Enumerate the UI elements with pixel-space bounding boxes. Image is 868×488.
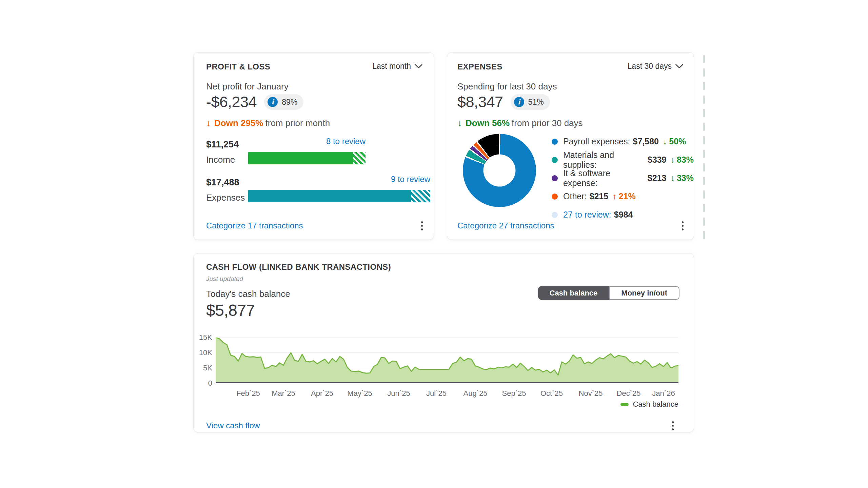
expenses-title: EXPENSES: [457, 62, 502, 72]
legend-amount: $339: [648, 155, 667, 165]
expenses-period-label: Last 30 days: [628, 62, 672, 71]
spending-subtitle: Spending for last 30 days: [457, 81, 557, 92]
spending-percent-badge: i 51%: [511, 94, 550, 110]
net-profit-amount: -$6,234: [206, 93, 257, 111]
income-review-link[interactable]: 8 to review: [248, 137, 366, 146]
legend-amount: $984: [614, 210, 633, 220]
expenses-card: EXPENSES Last 30 days Spending for last …: [447, 52, 694, 240]
x-axis-month-label: Aug`25: [463, 389, 488, 398]
down-arrow-icon: ↓: [670, 173, 675, 183]
spending-percent: 51%: [528, 98, 544, 107]
x-axis-month-label: Mar`25: [272, 389, 295, 398]
expenses-donut-chart[interactable]: [463, 134, 536, 207]
x-axis-month-label: Jan`26: [652, 389, 675, 398]
legend-amount: $215: [589, 191, 608, 201]
trend-rest: from prior 30 days: [512, 118, 583, 128]
profit-loss-period-selector[interactable]: Last month: [372, 62, 423, 71]
trend-highlight: Down 56%: [466, 118, 510, 128]
expenses-review-link[interactable]: 9 to review: [248, 175, 430, 184]
chart-legend: Cash balance: [620, 400, 678, 409]
legend-amount: $7,580: [633, 137, 658, 146]
cash-balance-legend-label: Cash balance: [633, 400, 678, 409]
trend-highlight: Down 295%: [214, 118, 263, 128]
x-axis-month-label: Jun`25: [387, 389, 410, 398]
legend-dot-icon: [552, 212, 558, 218]
cash-balance-area-chart[interactable]: [216, 338, 678, 383]
legend-dot-icon: [552, 157, 558, 163]
y-tick-10k: 10K: [194, 348, 212, 357]
expense-legend-item: Materials and supplies:$339↓83%: [552, 156, 694, 164]
legend-label: Payroll expenses:: [563, 137, 630, 146]
x-axis-month-label: Jul`25: [426, 389, 447, 398]
legend-amount: $213: [648, 173, 667, 183]
cash-flow-view-toggle: Cash balance Money in/out: [538, 286, 680, 300]
x-axis-month-label: Apr`25: [311, 389, 333, 398]
x-axis-month-label: Nov`25: [579, 389, 603, 398]
toggle-cash-balance[interactable]: Cash balance: [538, 286, 609, 300]
down-arrow-icon: ↓: [457, 118, 462, 128]
legend-percent: 21%: [619, 191, 636, 201]
legend-review-link[interactable]: 27 to review:: [563, 210, 611, 220]
cash-balance-amount: $5,877: [206, 301, 255, 320]
expenses-legend: Payroll expenses:$7,580↓50%Materials and…: [552, 137, 694, 229]
profit-loss-card: PROFIT & LOSS Last month Net profit for …: [193, 52, 434, 240]
chevron-down-icon: [414, 64, 423, 69]
trend-rest: from prior month: [265, 118, 330, 128]
down-arrow-icon: ↓: [670, 155, 675, 165]
legend-dot-icon: [552, 194, 558, 200]
legend-percent: 83%: [677, 155, 694, 165]
legend-label: It & software expense:: [563, 168, 645, 188]
income-bar[interactable]: [248, 152, 366, 164]
profit-loss-period-label: Last month: [372, 62, 411, 71]
dashboard-screen: PROFIT & LOSS Last month Net profit for …: [0, 0, 868, 488]
income-amount: $11,254: [206, 139, 239, 150]
x-axis-month-label: Oct`25: [540, 389, 563, 398]
toggle-money-in-out[interactable]: Money in/out: [609, 286, 679, 300]
legend-dot-icon: [552, 175, 558, 181]
profit-loss-title: PROFIT & LOSS: [206, 62, 270, 72]
net-profit-percent-badge: i 89%: [264, 94, 303, 110]
expenses-label: Expenses: [206, 192, 245, 203]
chevron-down-icon: [675, 64, 684, 69]
expense-legend-item: Payroll expenses:$7,580↓50%: [552, 137, 694, 146]
expense-legend-item: It & software expense:$213↓33%: [552, 174, 694, 182]
y-tick-15k: 15K: [194, 333, 212, 342]
categorize-transactions-link[interactable]: Categorize 27 transactions: [457, 221, 554, 230]
up-arrow-icon: ↑: [612, 191, 617, 201]
profit-loss-kebab-menu[interactable]: [420, 220, 425, 232]
expenses-amount: $17,488: [206, 177, 239, 188]
y-tick-5k: 5K: [194, 364, 212, 372]
income-label: Income: [206, 155, 235, 165]
expenses-trend: ↓ Down 56% from prior 30 days: [457, 118, 583, 128]
categorize-transactions-link[interactable]: Categorize 17 transactions: [206, 221, 303, 230]
x-axis-month-label: May`25: [347, 389, 372, 398]
view-cash-flow-link[interactable]: View cash flow: [206, 421, 260, 430]
legend-percent: 33%: [677, 173, 694, 183]
legend-dot-icon: [552, 139, 558, 145]
info-icon[interactable]: i: [514, 97, 524, 107]
next-card-dashed-edge: [703, 55, 705, 240]
info-icon[interactable]: i: [268, 97, 278, 107]
expense-legend-item: 27 to review:$984: [552, 210, 694, 219]
net-profit-subtitle: Net profit for January: [206, 81, 289, 92]
x-axis-month-label: Feb`25: [236, 389, 260, 398]
expenses-kebab-menu[interactable]: [680, 220, 685, 232]
legend-label: Other:: [563, 191, 587, 201]
cash-flow-card: CASH FLOW (LINKED BANK TRANSACTIONS) Jus…: [193, 253, 694, 432]
legend-label: Materials and supplies:: [563, 150, 645, 170]
expenses-period-selector[interactable]: Last 30 days: [628, 62, 684, 71]
y-tick-0: 0: [194, 379, 212, 388]
cash-balance-legend-swatch-icon: [620, 403, 629, 406]
expenses-bar-hatch: [411, 190, 430, 202]
spending-amount: $8,347: [457, 93, 503, 111]
x-axis-month-label: Sep`25: [502, 389, 526, 398]
x-axis-month-label: Dec`25: [617, 389, 641, 398]
cash-flow-title: CASH FLOW (LINKED BANK TRANSACTIONS): [206, 262, 391, 272]
down-arrow-icon: ↓: [663, 137, 667, 146]
legend-percent: 50%: [669, 137, 686, 146]
net-profit-percent: 89%: [282, 98, 297, 107]
expenses-bar[interactable]: [248, 190, 430, 202]
chart-month-labels: Feb`25Mar`25Apr`25May`25Jun`25Jul`25Aug`…: [216, 389, 678, 399]
cash-balance-chart-svg: [216, 338, 678, 383]
cash-flow-kebab-menu[interactable]: [671, 420, 675, 432]
